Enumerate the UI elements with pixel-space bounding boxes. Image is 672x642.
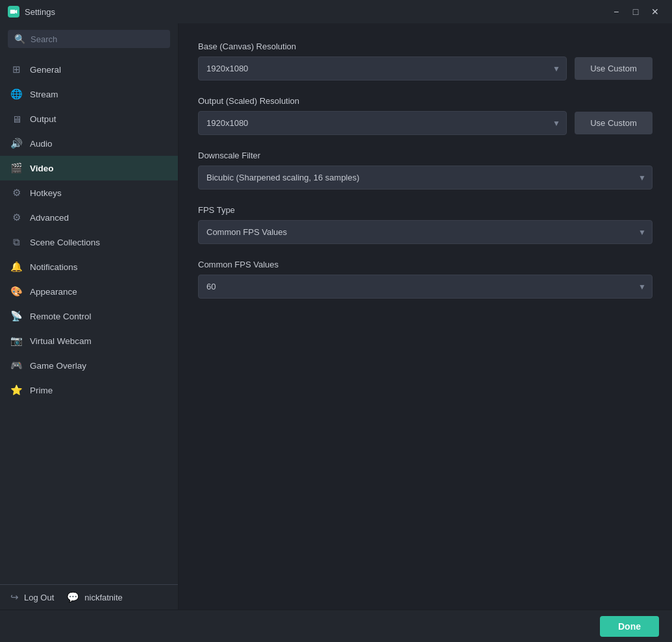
sidebar-label-general: General [30, 65, 61, 75]
output-resolution-row: 1920x1080 1280x720 2560x1440 ▼ Use Custo… [198, 111, 653, 135]
sidebar-item-game-overlay[interactable]: 🎮 Game Overlay [0, 353, 178, 378]
downscale-filter-label: Downscale Filter [198, 151, 653, 160]
sidebar-item-virtual-webcam[interactable]: 📷 Virtual Webcam [0, 328, 178, 353]
base-resolution-select[interactable]: 1920x1080 1280x720 2560x1440 3840x2160 [198, 56, 567, 80]
base-resolution-label: Base (Canvas) Resolution [198, 42, 653, 51]
svg-rect-0 [10, 10, 16, 14]
sidebar-label-audio: Audio [30, 139, 53, 149]
close-button[interactable]: ✕ [646, 3, 664, 21]
output-resolution-use-custom-button[interactable]: Use Custom [575, 112, 653, 134]
downscale-filter-select-wrap: Bicubic (Sharpened scaling, 16 samples) … [198, 166, 653, 190]
common-fps-select-wrap: 60 30 24 25 48 50 120 ▼ [198, 275, 653, 299]
title-bar-left: Settings [8, 6, 55, 18]
logout-icon: ↪ [10, 591, 19, 603]
sidebar-label-appearance: Appearance [30, 287, 77, 297]
downscale-filter-select[interactable]: Bicubic (Sharpened scaling, 16 samples) … [198, 166, 653, 190]
sidebar-item-remote-control[interactable]: 📡 Remote Control [0, 304, 178, 328]
sidebar-label-notifications: Notifications [30, 262, 78, 272]
user-icon: 💬 [67, 591, 79, 603]
sidebar-label-virtual-webcam: Virtual Webcam [30, 336, 92, 346]
sidebar-footer: ↪ Log Out 💬 nickfatnite [0, 584, 178, 610]
grid-icon: ⊞ [10, 64, 22, 75]
sidebar-label-hotkeys: Hotkeys [30, 188, 62, 198]
sidebar-label-advanced: Advanced [30, 213, 69, 223]
layers-icon: ⧉ [10, 236, 22, 248]
star-icon: ⭐ [10, 384, 22, 396]
search-wrap: 🔍 [8, 30, 170, 48]
window-controls: − □ ✕ [607, 3, 664, 21]
sidebar-item-output[interactable]: 🖥 Output [0, 106, 178, 131]
sidebar-label-output: Output [30, 114, 56, 124]
app-icon [8, 6, 19, 18]
fps-type-group: FPS Type Common FPS Values Integer FPS V… [198, 205, 653, 244]
fps-type-select-wrap: Common FPS Values Integer FPS Value Frac… [198, 220, 653, 244]
monitor-icon: 🖥 [10, 113, 22, 125]
fps-type-row: Common FPS Values Integer FPS Value Frac… [198, 220, 653, 244]
output-resolution-label: Output (Scaled) Resolution [198, 96, 653, 106]
common-fps-select[interactable]: 60 30 24 25 48 50 120 [198, 275, 653, 299]
logout-label: Log Out [24, 593, 54, 602]
volume-icon: 🔊 [10, 138, 22, 149]
svg-marker-1 [15, 10, 17, 14]
sidebar-item-scene-collections[interactable]: ⧉ Scene Collections [0, 230, 178, 254]
downscale-filter-group: Downscale Filter Bicubic (Sharpened scal… [198, 151, 653, 190]
film-icon: 🎬 [10, 162, 22, 174]
base-resolution-use-custom-button[interactable]: Use Custom [575, 57, 653, 80]
sidebar-item-appearance[interactable]: 🎨 Appearance [0, 279, 178, 304]
sidebar-search: 🔍 [0, 23, 178, 55]
sidebar-items: ⊞ General 🌐 Stream 🖥 Output 🔊 Audio 🎬 Vi… [0, 55, 178, 584]
hotkey-icon: ⚙ [10, 187, 22, 199]
sidebar-label-remote-control: Remote Control [30, 312, 92, 321]
common-fps-row: 60 30 24 25 48 50 120 ▼ [198, 275, 653, 299]
output-resolution-group: Output (Scaled) Resolution 1920x1080 128… [198, 96, 653, 135]
search-input[interactable] [31, 34, 164, 44]
username-item[interactable]: 💬 nickfatnite [67, 591, 123, 603]
downscale-filter-row: Bicubic (Sharpened scaling, 16 samples) … [198, 166, 653, 190]
sidebar-label-stream: Stream [30, 90, 58, 99]
globe-icon: 🌐 [10, 88, 22, 100]
sidebar-item-advanced[interactable]: ⚙ Advanced [0, 205, 178, 230]
minimize-button[interactable]: − [607, 3, 625, 21]
video-settings-section: Base (Canvas) Resolution 1920x1080 1280x… [198, 42, 653, 299]
output-resolution-select-wrap: 1920x1080 1280x720 2560x1440 ▼ [198, 111, 567, 135]
sidebar-item-prime[interactable]: ⭐ Prime [0, 378, 178, 402]
palette-icon: 🎨 [10, 286, 22, 297]
sidebar-item-general[interactable]: ⊞ General [0, 57, 178, 82]
logout-item[interactable]: ↪ Log Out [10, 591, 54, 603]
sidebar-item-notifications[interactable]: 🔔 Notifications [0, 254, 178, 279]
content-area: Base (Canvas) Resolution 1920x1080 1280x… [179, 23, 672, 610]
maximize-button[interactable]: □ [627, 3, 645, 21]
base-resolution-row: 1920x1080 1280x720 2560x1440 3840x2160 ▼… [198, 56, 653, 80]
sidebar-label-prime: Prime [30, 386, 53, 395]
camera-icon: 📷 [10, 335, 22, 347]
sidebar: 🔍 ⊞ General 🌐 Stream 🖥 Output 🔊 Audio [0, 23, 179, 610]
window-title: Settings [25, 7, 55, 17]
fps-type-select[interactable]: Common FPS Values Integer FPS Value Frac… [198, 220, 653, 244]
sidebar-item-video[interactable]: 🎬 Video [0, 156, 178, 180]
main-layout: 🔍 ⊞ General 🌐 Stream 🖥 Output 🔊 Audio [0, 23, 672, 610]
sidebar-item-hotkeys[interactable]: ⚙ Hotkeys [0, 180, 178, 205]
sidebar-item-stream[interactable]: 🌐 Stream [0, 82, 178, 106]
bottom-bar: Done [0, 610, 672, 642]
search-icon: 🔍 [14, 34, 25, 44]
base-resolution-group: Base (Canvas) Resolution 1920x1080 1280x… [198, 42, 653, 80]
username-label: nickfatnite [84, 593, 123, 602]
base-resolution-select-wrap: 1920x1080 1280x720 2560x1440 3840x2160 ▼ [198, 56, 567, 80]
sidebar-label-game-overlay: Game Overlay [30, 361, 86, 371]
sidebar-label-video: Video [30, 164, 54, 173]
common-fps-label: Common FPS Values [198, 260, 653, 269]
done-button[interactable]: Done [600, 616, 659, 637]
fps-type-label: FPS Type [198, 205, 653, 215]
common-fps-group: Common FPS Values 60 30 24 25 48 50 120 … [198, 260, 653, 299]
output-resolution-select[interactable]: 1920x1080 1280x720 2560x1440 [198, 111, 567, 135]
sidebar-item-audio[interactable]: 🔊 Audio [0, 131, 178, 156]
remote-icon: 📡 [10, 310, 22, 322]
advanced-icon: ⚙ [10, 212, 22, 223]
gamepad-icon: 🎮 [10, 360, 22, 371]
sidebar-label-scene-collections: Scene Collections [30, 238, 100, 247]
bell-icon: 🔔 [10, 261, 22, 273]
title-bar: Settings − □ ✕ [0, 0, 672, 23]
